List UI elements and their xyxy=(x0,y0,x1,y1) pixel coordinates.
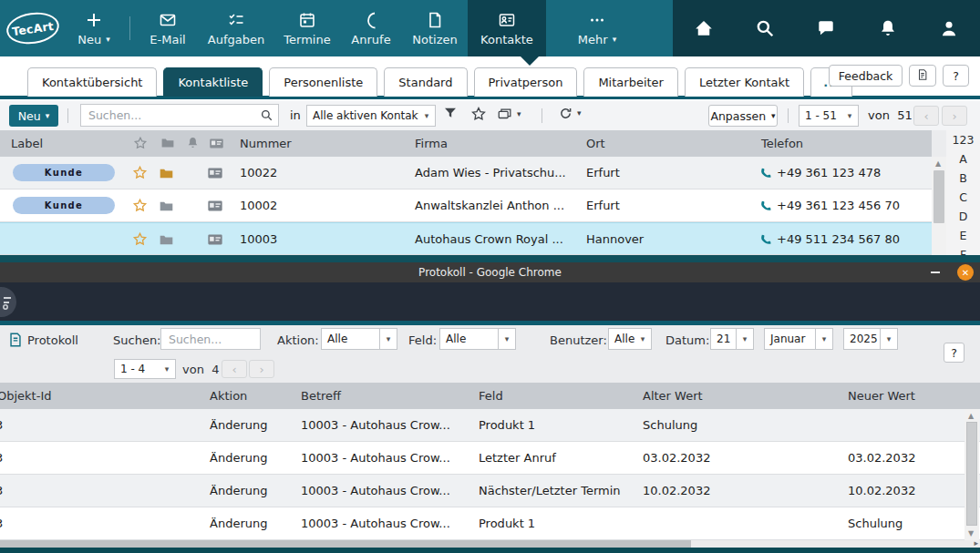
chat-icon[interactable] xyxy=(816,18,836,38)
contact-row[interactable]: Kunde10022Adam Wies - Privatschu...Erfur… xyxy=(0,157,932,189)
day-select[interactable]: 21▾ xyxy=(710,328,754,350)
scroll-down-icon[interactable]: ▼ xyxy=(968,529,974,538)
protokoll-scrollbar[interactable]: ▲ ▼ xyxy=(965,409,979,540)
nav-item-kontakte[interactable]: Kontakte xyxy=(468,0,546,56)
nav-item-notizen[interactable]: Notizen xyxy=(402,0,468,56)
home-icon[interactable] xyxy=(694,18,714,38)
scroll-right-icon[interactable]: ▸ xyxy=(974,538,978,548)
column-telefon[interactable]: Telefon xyxy=(761,130,803,157)
feld-select[interactable]: Alle▾ xyxy=(439,328,516,350)
phone-link[interactable]: +49 511 234 567 80 xyxy=(777,223,900,255)
horizontal-scrollbar[interactable]: ▸ xyxy=(0,540,980,548)
neu-button[interactable]: Neu▾ xyxy=(9,105,58,127)
alphabet-index-item[interactable]: A xyxy=(946,149,980,169)
favorite-star-icon[interactable] xyxy=(132,165,148,184)
favorite-star-icon[interactable] xyxy=(132,231,148,251)
bell-icon[interactable] xyxy=(878,18,898,38)
scroll-up-icon[interactable]: ▲ xyxy=(935,159,941,168)
minimize-icon[interactable] xyxy=(931,271,940,273)
phone-link[interactable]: +49 361 123 456 70 xyxy=(777,189,900,221)
search-input[interactable] xyxy=(80,104,279,127)
anpassen-button[interactable]: Anpassen▾ xyxy=(708,105,778,127)
month-select[interactable]: Januar▾ xyxy=(764,328,833,350)
window-titlebar[interactable]: Protokoll - Google Chrome ✕ xyxy=(0,262,980,282)
column-label[interactable]: Label xyxy=(11,130,43,157)
tab-personenliste[interactable]: Personenliste xyxy=(269,67,377,97)
nav-item-aufgaben[interactable]: Aufgaben xyxy=(198,0,274,56)
contact-card-icon[interactable] xyxy=(207,231,223,251)
aktion-select[interactable]: Alle▾ xyxy=(321,328,397,350)
column-betreff[interactable]: Betreff xyxy=(301,383,341,409)
column-nummer[interactable]: Nummer xyxy=(240,130,292,157)
scope-select[interactable]: Alle aktiven Kontakte▾ xyxy=(306,105,436,127)
tab-kontaktliste[interactable]: Kontaktliste xyxy=(163,67,263,97)
alphabet-index-item[interactable]: D xyxy=(946,207,980,226)
folder-column-icon[interactable] xyxy=(160,136,175,154)
benutzer-select[interactable]: Alle▾ xyxy=(608,328,652,350)
filter-button[interactable] xyxy=(443,106,458,120)
contact-card-icon[interactable] xyxy=(207,198,223,218)
contact-card-icon[interactable] xyxy=(207,165,223,185)
protokoll-row[interactable]: 3Änderung10003 - Autohaus Crow...Nächste… xyxy=(0,475,980,507)
document-button[interactable] xyxy=(909,65,936,87)
star-column-icon[interactable] xyxy=(133,136,148,154)
range-select[interactable]: 1 - 51▾ xyxy=(799,105,859,127)
nav-item-email[interactable]: E-Mail xyxy=(138,0,198,56)
card-column-icon[interactable] xyxy=(209,136,224,155)
firma-cell: Adam Wies - Privatschu... xyxy=(415,157,566,189)
protokoll-row[interactable]: 3Änderung10003 - Autohaus Crow...Produkt… xyxy=(0,409,980,442)
folder-icon[interactable] xyxy=(159,232,174,251)
prev-page-button[interactable]: ‹ xyxy=(913,106,939,126)
column-feld[interactable]: Feld xyxy=(479,383,503,409)
favorite-star-icon[interactable] xyxy=(132,198,148,217)
folder-icon[interactable] xyxy=(159,199,174,218)
contact-row[interactable]: 10003Autohaus Crown Royal ...Hannover+49… xyxy=(0,222,932,255)
cards-stack-button[interactable]: ▾ xyxy=(497,106,521,122)
protokoll-prev-button[interactable]: ‹ xyxy=(222,360,247,378)
alphabet-index-item[interactable]: C xyxy=(946,188,980,207)
column-aktion[interactable]: Aktion xyxy=(210,383,247,409)
protokoll-next-button[interactable]: › xyxy=(249,360,274,378)
protokoll-search-input[interactable] xyxy=(160,328,261,350)
close-button[interactable]: ✕ xyxy=(957,264,974,281)
alphabet-index-item[interactable]: E xyxy=(946,226,980,245)
contact-row[interactable]: Kunde10002Anwaltskanzlei Anthon ...Erfur… xyxy=(0,189,932,222)
chevron-down-icon: ▾ xyxy=(418,106,435,126)
nav-item-mehr[interactable]: Mehr▾ xyxy=(546,0,648,56)
tecart-logo[interactable]: TecArt xyxy=(0,0,66,56)
column-firma[interactable]: Firma xyxy=(415,130,448,157)
user-icon[interactable] xyxy=(939,18,959,38)
search-icon[interactable] xyxy=(755,18,775,38)
nav-item-termine[interactable]: Termine xyxy=(274,0,340,56)
tab-standard[interactable]: Standard xyxy=(384,67,467,97)
favorites-star-button[interactable] xyxy=(470,106,487,122)
alter-wert-cell: 10.02.2032 xyxy=(643,475,710,507)
scroll-up-icon[interactable]: ▲ xyxy=(968,412,974,420)
nav-item-neu[interactable]: Neu▾ xyxy=(66,0,122,56)
help-button[interactable]: ? xyxy=(943,65,969,87)
tab-privatperson[interactable]: Privatperson xyxy=(474,67,578,97)
phone-link[interactable]: +49 361 123 478 xyxy=(777,157,881,189)
alphabet-index-item[interactable]: 123 xyxy=(946,130,980,149)
bell-column-icon[interactable] xyxy=(186,136,200,153)
column-objekt-id[interactable]: Objekt-Id xyxy=(0,383,52,409)
alphabet-index-item[interactable]: B xyxy=(946,169,980,188)
window-menu-icon[interactable] xyxy=(0,287,16,317)
tab-kontaktuebersicht[interactable]: Kontaktübersicht xyxy=(27,67,157,97)
protokoll-help-button[interactable]: ? xyxy=(944,343,965,363)
tab-mitarbeiter[interactable]: Mitarbeiter xyxy=(583,67,678,97)
protokoll-range-select[interactable]: 1 - 4▾ xyxy=(114,359,176,379)
refresh-button[interactable]: ▾ xyxy=(558,106,582,121)
year-select[interactable]: 2025▾ xyxy=(843,328,898,350)
column-neuer-wert[interactable]: Neuer Wert xyxy=(848,383,915,409)
column-alter-wert[interactable]: Alter Wert xyxy=(643,383,703,409)
tab-letzter-kontakt[interactable]: Letzter Kontakt xyxy=(685,67,804,97)
contact-scrollbar[interactable]: ▲ xyxy=(932,157,946,256)
nav-item-anrufe[interactable]: Anrufe xyxy=(340,0,402,56)
column-ort[interactable]: Ort xyxy=(586,130,605,157)
folder-icon[interactable] xyxy=(159,166,174,185)
feedback-button[interactable]: Feedback xyxy=(829,65,903,87)
next-page-button[interactable]: › xyxy=(942,106,967,126)
protokoll-row[interactable]: 3Änderung10003 - Autohaus Crow...Produkt… xyxy=(0,507,980,540)
protokoll-row[interactable]: 3Änderung10003 - Autohaus Crow...Letzter… xyxy=(0,442,980,475)
